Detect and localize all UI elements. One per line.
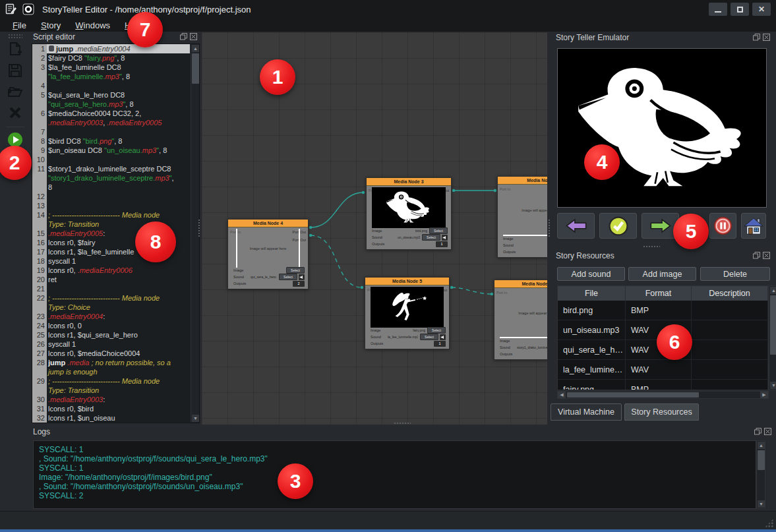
close-panel-icon[interactable] <box>190 33 197 40</box>
code-row[interactable]: .mediaEntry0003, .mediaEntry0005 <box>32 118 190 127</box>
node-outputs-spinner[interactable]: 1 <box>436 241 448 247</box>
code-row[interactable]: 25lcons r1, $qui_sera_le_hero <box>32 330 190 340</box>
node-title[interactable]: Media Node 3 <box>367 178 451 186</box>
code-row[interactable]: 7 <box>32 127 190 136</box>
maximize-button[interactable] <box>731 3 749 16</box>
column-header-format[interactable]: Format <box>626 286 692 301</box>
scroll-left-arrow[interactable]: ◀ <box>558 392 566 398</box>
speaker-icon[interactable] <box>442 235 448 241</box>
float-panel-icon[interactable] <box>180 33 187 40</box>
new-document-button[interactable] <box>4 40 26 59</box>
scroll-up-arrow[interactable]: ▲ <box>770 287 776 294</box>
scroll-up-arrow[interactable]: ▲ <box>192 45 199 52</box>
node-sound-select-button[interactable]: Select <box>422 234 440 241</box>
minimize-button[interactable] <box>709 3 727 16</box>
code-row[interactable]: 8$bird DC8 "bird.png", 8 <box>32 136 190 146</box>
tab-story-resources[interactable]: Story Resources <box>624 403 699 421</box>
graph-node[interactable]: Media NodePort InPort OutImage will appe… <box>497 176 548 258</box>
code-row[interactable]: 3$la_fee_luminelle DC8 <box>32 63 190 72</box>
speaker-icon[interactable] <box>299 274 305 280</box>
close-project-button[interactable] <box>4 103 26 123</box>
close-panel-icon[interactable] <box>763 252 770 259</box>
menu-file[interactable]: File <box>5 20 34 30</box>
float-panel-icon[interactable] <box>753 252 760 259</box>
column-header-file[interactable]: File <box>558 286 626 301</box>
scroll-thumb[interactable] <box>770 295 776 355</box>
code-row[interactable]: 2$fairy DC8 "fairy.png", 8 <box>32 53 190 63</box>
node-sound-select-button[interactable]: Select <box>420 334 438 340</box>
code-row[interactable]: 9$un_oiseau DC8 "un_oiseau.mp3", 8 <box>32 146 190 155</box>
logs-scrollbar[interactable]: ▲ ▼ <box>756 440 765 509</box>
table-row[interactable]: bird.pngBMP <box>558 301 768 320</box>
code-row[interactable]: 4 <box>32 81 190 90</box>
column-header-description[interactable]: Description <box>692 286 768 301</box>
emulator-pause-button[interactable] <box>709 213 736 239</box>
node-sound-select-button[interactable]: Select <box>279 274 297 280</box>
table-row[interactable]: fairy.pngBMP <box>558 380 768 390</box>
graph-node[interactable]: Media Node 6Port InPort OutImage will ap… <box>494 280 548 360</box>
close-button[interactable]: ✕ <box>752 3 771 16</box>
code-row[interactable]: 11$story1_drako_luminelle_sceptre DC8 <box>32 164 190 173</box>
code-row[interactable]: 31lcons r0, $bird <box>32 404 190 413</box>
emulator-home-button[interactable] <box>741 213 766 239</box>
scroll-up-arrow[interactable]: ▲ <box>758 442 765 449</box>
scroll-thumb[interactable] <box>758 450 765 470</box>
code-row[interactable]: 24lcons r0, 0 <box>32 321 190 330</box>
open-project-button[interactable] <box>4 82 26 102</box>
add-sound-button[interactable]: Add sound <box>557 267 625 281</box>
code-row[interactable]: 19lcons r0, .mediaEntry0006 <box>32 266 190 275</box>
graph-canvas[interactable]: Media Node 4Port InPort OutPort OutImage… <box>201 32 548 425</box>
code-row[interactable]: 21 <box>32 284 190 293</box>
code-row[interactable]: 29; ---------------------------- Media n… <box>32 376 190 386</box>
code-row[interactable]: 10 <box>32 155 190 164</box>
code-row[interactable]: 13 <box>32 201 190 210</box>
code-row[interactable]: 28jump .media ; no return possible, so a <box>32 358 190 367</box>
code-row[interactable]: 26syscall 1 <box>32 340 190 349</box>
node-outputs-spinner[interactable]: 1 <box>434 341 446 347</box>
save-button[interactable] <box>4 61 26 80</box>
code-row[interactable]: 12 <box>32 192 190 201</box>
code-row[interactable]: 20ret <box>32 275 190 284</box>
logs-output[interactable]: SYSCALL: 1, Sound: "/home/anthony/ostpro… <box>33 440 756 509</box>
scroll-down-arrow[interactable]: ▼ <box>770 382 776 389</box>
table-horizontal-scrollbar[interactable]: ◀ ▶ <box>557 391 769 399</box>
toolbar-drag-handle[interactable] <box>8 34 22 38</box>
code-row[interactable]: 30.mediaEntry0003: <box>32 395 190 404</box>
emulator-ok-button[interactable] <box>599 213 637 239</box>
code-row[interactable]: 27lcons r0, $mediaChoice0004 <box>32 349 190 358</box>
close-panel-icon[interactable] <box>764 428 771 435</box>
code-row[interactable]: 23.mediaEntry0004: <box>32 312 190 321</box>
node-image-select-button[interactable]: Select <box>429 227 448 234</box>
code-row[interactable]: 1jump .mediaEntry0004 <box>32 44 190 53</box>
table-row[interactable]: la_fee_lumine…WAV <box>558 360 768 380</box>
code-row[interactable]: Type: Transition <box>32 386 190 395</box>
splitter-handle[interactable] <box>548 219 551 237</box>
menu-story[interactable]: Story <box>34 20 68 30</box>
code-row[interactable]: 22; ---------------------------- Media n… <box>32 293 190 303</box>
code-row[interactable]: 6$mediaChoice0004 DC32, 2, <box>32 109 190 118</box>
speaker-icon[interactable] <box>440 334 446 340</box>
node-image-select-button[interactable]: Select <box>286 267 305 274</box>
tab-virtual-machine[interactable]: Virtual Machine <box>551 403 622 421</box>
scroll-thumb[interactable] <box>567 392 699 398</box>
code-row[interactable]: 14; ---------------------------- Media n… <box>32 210 190 220</box>
code-row[interactable]: "qui_sera_le_hero.mp3", 8 <box>32 100 190 109</box>
close-panel-icon[interactable] <box>763 34 770 41</box>
splitter-handle[interactable] <box>198 219 201 237</box>
code-row[interactable]: 32lcons r1, $un_oiseau <box>32 413 190 423</box>
code-row[interactable]: "story1_drako_luminelle_sceptre.mp3", <box>32 173 190 183</box>
scroll-thumb[interactable] <box>192 53 199 84</box>
menu-windows[interactable]: Windows <box>68 20 117 30</box>
scroll-right-arrow[interactable]: ▶ <box>760 392 768 398</box>
delete-button[interactable]: Delete <box>700 267 770 281</box>
splitter-handle[interactable] <box>394 422 411 425</box>
graph-node[interactable]: Media Node 4Port InPort OutPort OutImage… <box>227 219 309 289</box>
code-row[interactable]: "la_fee_luminelle.mp3", 8 <box>32 72 190 81</box>
node-title[interactable]: Media Node 6 <box>494 280 548 288</box>
float-panel-icon[interactable] <box>754 428 761 435</box>
script-code-area[interactable]: 1jump .mediaEntry00042$fairy DC8 "fairy.… <box>32 44 200 423</box>
dock-splitter-handle[interactable] <box>643 245 660 249</box>
node-image-select-button[interactable]: Select <box>427 327 446 334</box>
float-panel-icon[interactable] <box>753 34 760 41</box>
code-row[interactable]: jump is enough <box>32 367 190 376</box>
